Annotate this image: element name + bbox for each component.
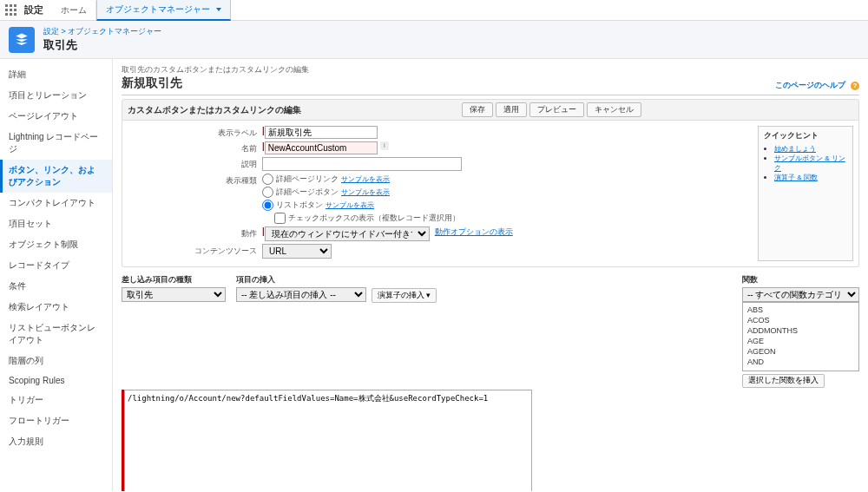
apply-button-top[interactable]: 適用 bbox=[496, 102, 527, 117]
page-crumb: 取引先のカスタムボタンまたはカスタムリンクの編集 bbox=[122, 64, 859, 75]
sidebar-item-limits[interactable]: オブジェクト制限 bbox=[0, 234, 112, 255]
save-button-top[interactable]: 保存 bbox=[462, 102, 493, 117]
editor-controls: 差し込み項目の種類 取引先 項目の挿入 -- 差し込み項目の挿入 -- 演算子の… bbox=[122, 274, 859, 388]
sidebar-item-fieldsets[interactable]: 項目セット bbox=[0, 213, 112, 234]
breadcrumb-objmgr[interactable]: オブジェクトマネージャー bbox=[68, 27, 161, 36]
hint-link-start[interactable]: 始めましょう bbox=[774, 145, 816, 153]
sidebar-item-lightning[interactable]: Lightning レコードページ bbox=[0, 127, 112, 160]
function-label: 関数 bbox=[742, 274, 859, 285]
global-header: 設定 ホーム オブジェクトマネージャー bbox=[0, 0, 868, 21]
sample-link-2[interactable]: サンプルを表示 bbox=[341, 187, 390, 197]
mergefield-type-label: 差し込み項目の種類 bbox=[122, 274, 226, 285]
object-title: 取引先 bbox=[43, 37, 161, 53]
behavior-options-link[interactable]: 動作オプションの表示 bbox=[435, 226, 513, 238]
page-title: 新規取引先 bbox=[122, 75, 182, 91]
breadcrumb-setup[interactable]: 設定 bbox=[43, 27, 59, 36]
main-content: 取引先のカスタムボタンまたはカスタムリンクの編集 新規取引先 このページのヘルプ… bbox=[113, 59, 868, 491]
tab-object-manager[interactable]: オブジェクトマネージャー bbox=[96, 0, 231, 21]
func-item[interactable]: ACOS bbox=[745, 315, 857, 325]
info-icon[interactable]: i bbox=[380, 141, 389, 150]
func-item[interactable]: ABS bbox=[745, 305, 857, 315]
setup-title: 設定 bbox=[24, 3, 43, 16]
insert-operator-button[interactable]: 演算子の挿入 ▾ bbox=[372, 288, 437, 303]
label-type: 表示種類 bbox=[128, 174, 262, 187]
breadcrumb: 設定 > オブジェクトマネージャー bbox=[43, 26, 161, 37]
sample-link-3[interactable]: サンプルを表示 bbox=[326, 200, 374, 210]
object-icon bbox=[9, 27, 35, 53]
insert-function-button[interactable]: 選択した関数を挿入 bbox=[742, 374, 825, 388]
hint-title: クイックヒント bbox=[764, 130, 847, 141]
object-banner: 設定 > オブジェクトマネージャー 取引先 bbox=[0, 21, 868, 59]
sample-link-1[interactable]: サンプルを表示 bbox=[341, 174, 390, 184]
hint-link-samples[interactable]: サンプルボタン & リンク bbox=[774, 154, 845, 172]
func-item[interactable]: AGE bbox=[745, 336, 857, 346]
function-list[interactable]: ABS ACOS ADDMONTHS AGE AGEON AND bbox=[742, 302, 859, 371]
sidebar-item-conditions[interactable]: 条件 bbox=[0, 276, 112, 297]
label-source: コンテンツソース bbox=[128, 244, 262, 257]
sidebar-item-pagelayouts[interactable]: ページレイアウト bbox=[0, 106, 112, 127]
radio-pagelink[interactable]: 詳細ページリンク サンプルを表示 bbox=[262, 174, 460, 185]
url-code-textarea[interactable] bbox=[124, 390, 532, 491]
name-input[interactable] bbox=[265, 141, 378, 154]
sidebar-item-flowtriggers[interactable]: フロートリガー bbox=[0, 410, 112, 431]
cancel-button-top[interactable]: キャンセル bbox=[587, 102, 641, 117]
func-item[interactable]: ADDMONTHS bbox=[745, 325, 857, 336]
app-launcher-icon[interactable] bbox=[3, 3, 19, 18]
function-category-select[interactable]: -- すべての関数カテゴリ -- bbox=[742, 287, 859, 302]
sidebar-item-triggers[interactable]: トリガー bbox=[0, 390, 112, 410]
sidebar-item-searchlayout[interactable]: 検索レイアウト bbox=[0, 297, 112, 318]
label-name: 名前 bbox=[128, 141, 262, 154]
insertfield-select[interactable]: -- 差し込み項目の挿入 -- bbox=[236, 287, 366, 302]
radio-pagebutton[interactable]: 詳細ページボタン サンプルを表示 bbox=[262, 187, 460, 198]
chevron-down-icon bbox=[216, 8, 221, 11]
hint-link-ops[interactable]: 演算子 & 関数 bbox=[774, 174, 818, 181]
section-title: カスタムボタンまたはカスタムリンクの編集 bbox=[128, 104, 301, 116]
desc-input[interactable] bbox=[262, 157, 462, 171]
radio-listbutton[interactable]: リストボタン サンプルを表示 bbox=[262, 200, 460, 211]
sidebar-item-compact[interactable]: コンパクトレイアウト bbox=[0, 193, 112, 213]
func-item[interactable]: AND bbox=[745, 357, 857, 367]
func-item[interactable]: AGEON bbox=[745, 346, 857, 357]
label-desc: 説明 bbox=[128, 157, 262, 170]
help-icon[interactable]: ? bbox=[851, 82, 859, 90]
source-select[interactable]: URL bbox=[262, 244, 332, 259]
tab-home[interactable]: ホーム bbox=[52, 1, 96, 20]
label-displaylabel: 表示ラベル bbox=[128, 126, 262, 139]
sidebar-item-scoping[interactable]: Scoping Rules bbox=[0, 371, 112, 390]
insertfield-label: 項目の挿入 bbox=[236, 274, 437, 285]
tab-object-manager-label: オブジェクトマネージャー bbox=[106, 4, 210, 14]
form-area: 表示ラベル 名前 i 説明 表示種類 詳細ページリンク bbox=[122, 121, 859, 267]
mergefield-type-select[interactable]: 取引先 bbox=[122, 287, 226, 302]
behavior-select[interactable]: 現在のウィンドウにサイドバー付きで表示 bbox=[265, 226, 430, 241]
sidebar-item-listviewbtn[interactable]: リストビューボタンレイアウト bbox=[0, 318, 112, 351]
displaylabel-input[interactable] bbox=[265, 126, 378, 139]
help-link[interactable]: このページのヘルプ bbox=[775, 81, 845, 89]
sidebar: 詳細 項目とリレーション ページレイアウト Lightning レコードページ … bbox=[0, 59, 113, 491]
sidebar-item-buttons[interactable]: ボタン、リンク、およびアクション bbox=[0, 160, 112, 193]
preview-button-top[interactable]: プレビュー bbox=[529, 102, 584, 117]
label-behavior: 動作 bbox=[128, 226, 262, 239]
checkbox-multiselect[interactable]: チェックボックスの表示（複数レコード選択用） bbox=[274, 213, 460, 224]
section-header: カスタムボタンまたはカスタムリンクの編集 保存 適用 プレビュー キャンセル bbox=[122, 99, 859, 121]
sidebar-item-validation[interactable]: 入力規則 bbox=[0, 431, 112, 452]
sidebar-item-details[interactable]: 詳細 bbox=[0, 64, 112, 85]
sidebar-item-hierarchy[interactable]: 階層の列 bbox=[0, 351, 112, 371]
sidebar-item-recordtypes[interactable]: レコードタイプ bbox=[0, 255, 112, 276]
quick-hints: クイックヒント 始めましょう サンプルボタン & リンク 演算子 & 関数 bbox=[758, 126, 853, 261]
sidebar-item-fields[interactable]: 項目とリレーション bbox=[0, 85, 112, 106]
